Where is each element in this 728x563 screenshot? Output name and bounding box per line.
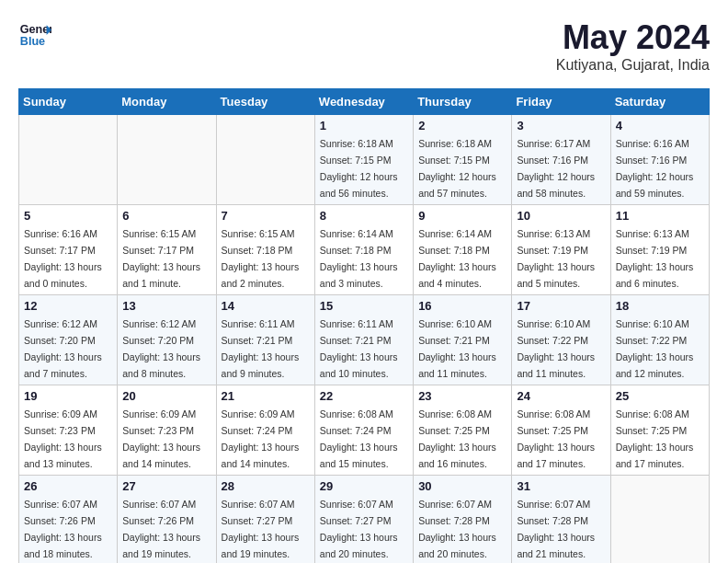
day-number: 14 (222, 299, 310, 313)
cell-info: Sunrise: 6:08 AMSunset: 7:24 PMDaylight:… (320, 408, 398, 469)
day-number: 27 (122, 479, 210, 493)
table-row: 23 Sunrise: 6:08 AMSunset: 7:25 PMDaylig… (414, 385, 512, 476)
table-row: 21 Sunrise: 6:09 AMSunset: 7:24 PMDaylig… (216, 385, 314, 476)
cell-info: Sunrise: 6:07 AMSunset: 7:27 PMDaylight:… (222, 499, 300, 559)
cell-info: Sunrise: 6:14 AMSunset: 7:18 PMDaylight:… (320, 228, 398, 289)
cell-info: Sunrise: 6:15 AMSunset: 7:17 PMDaylight:… (122, 228, 200, 289)
table-row: 14 Sunrise: 6:11 AMSunset: 7:21 PMDaylig… (216, 295, 314, 385)
day-number: 2 (418, 119, 506, 132)
table-row: 31 Sunrise: 6:07 AMSunset: 7:28 PMDaylig… (512, 476, 610, 564)
cell-info: Sunrise: 6:10 AMSunset: 7:22 PMDaylight:… (616, 318, 694, 379)
day-number: 12 (24, 299, 112, 313)
day-number: 16 (418, 299, 506, 313)
table-row: 20 Sunrise: 6:09 AMSunset: 7:23 PMDaylig… (118, 385, 216, 476)
day-number: 9 (418, 209, 506, 223)
header-sunday: Sunday (19, 89, 118, 115)
cell-info: Sunrise: 6:16 AMSunset: 7:17 PMDaylight:… (24, 228, 102, 289)
table-row: 2 Sunrise: 6:18 AMSunset: 7:15 PMDayligh… (414, 115, 512, 205)
table-row: 15 Sunrise: 6:11 AMSunset: 7:21 PMDaylig… (314, 295, 413, 385)
table-row: 30 Sunrise: 6:07 AMSunset: 7:28 PMDaylig… (414, 476, 512, 564)
day-number: 18 (616, 299, 704, 313)
cell-info: Sunrise: 6:11 AMSunset: 7:21 PMDaylight:… (222, 318, 300, 379)
cell-info: Sunrise: 6:16 AMSunset: 7:16 PMDaylight:… (616, 138, 694, 199)
calendar-title: May 2024 (556, 18, 710, 57)
day-number: 22 (320, 389, 408, 403)
day-number: 15 (320, 299, 408, 313)
cell-info: Sunrise: 6:08 AMSunset: 7:25 PMDaylight:… (517, 408, 595, 469)
header-tuesday: Tuesday (216, 89, 314, 115)
table-row (118, 115, 216, 205)
table-row (610, 476, 709, 564)
table-row: 18 Sunrise: 6:10 AMSunset: 7:22 PMDaylig… (610, 295, 709, 385)
table-row: 13 Sunrise: 6:12 AMSunset: 7:20 PMDaylig… (118, 295, 216, 385)
table-row: 11 Sunrise: 6:13 AMSunset: 7:19 PMDaylig… (610, 205, 709, 295)
cell-info: Sunrise: 6:09 AMSunset: 7:24 PMDaylight:… (222, 408, 300, 469)
cell-info: Sunrise: 6:12 AMSunset: 7:20 PMDaylight:… (24, 318, 102, 379)
cell-info: Sunrise: 6:09 AMSunset: 7:23 PMDaylight:… (122, 408, 200, 469)
table-row (216, 115, 314, 205)
cell-info: Sunrise: 6:07 AMSunset: 7:26 PMDaylight:… (24, 499, 102, 559)
table-row (19, 115, 118, 205)
table-row: 22 Sunrise: 6:08 AMSunset: 7:24 PMDaylig… (314, 385, 413, 476)
calendar-week-row: 26 Sunrise: 6:07 AMSunset: 7:26 PMDaylig… (19, 476, 710, 564)
cell-info: Sunrise: 6:14 AMSunset: 7:18 PMDaylight:… (418, 228, 496, 289)
table-row: 27 Sunrise: 6:07 AMSunset: 7:26 PMDaylig… (118, 476, 216, 564)
calendar-week-row: 5 Sunrise: 6:16 AMSunset: 7:17 PMDayligh… (19, 205, 710, 295)
cell-info: Sunrise: 6:11 AMSunset: 7:21 PMDaylight:… (320, 318, 398, 379)
cell-info: Sunrise: 6:13 AMSunset: 7:19 PMDaylight:… (517, 228, 595, 289)
calendar-week-row: 1 Sunrise: 6:18 AMSunset: 7:15 PMDayligh… (19, 115, 710, 205)
table-row: 8 Sunrise: 6:14 AMSunset: 7:18 PMDayligh… (314, 205, 413, 295)
table-row: 6 Sunrise: 6:15 AMSunset: 7:17 PMDayligh… (118, 205, 216, 295)
cell-info: Sunrise: 6:08 AMSunset: 7:25 PMDaylight:… (418, 408, 496, 469)
svg-text:Blue: Blue (20, 35, 45, 48)
cell-info: Sunrise: 6:18 AMSunset: 7:15 PMDaylight:… (418, 138, 496, 199)
day-number: 3 (517, 119, 605, 132)
cell-info: Sunrise: 6:07 AMSunset: 7:28 PMDaylight:… (517, 499, 595, 559)
day-number: 28 (222, 479, 310, 493)
table-row: 10 Sunrise: 6:13 AMSunset: 7:19 PMDaylig… (512, 205, 610, 295)
day-number: 6 (122, 209, 210, 223)
cell-info: Sunrise: 6:07 AMSunset: 7:28 PMDaylight:… (418, 499, 496, 559)
table-row: 1 Sunrise: 6:18 AMSunset: 7:15 PMDayligh… (314, 115, 413, 205)
cell-info: Sunrise: 6:07 AMSunset: 7:27 PMDaylight:… (320, 499, 398, 559)
day-number: 5 (24, 209, 112, 223)
day-number: 8 (320, 209, 408, 223)
cell-info: Sunrise: 6:15 AMSunset: 7:18 PMDaylight:… (222, 228, 300, 289)
header-thursday: Thursday (414, 89, 512, 115)
cell-info: Sunrise: 6:08 AMSunset: 7:25 PMDaylight:… (616, 408, 694, 469)
day-number: 11 (616, 209, 704, 223)
day-number: 1 (320, 119, 408, 132)
cell-info: Sunrise: 6:09 AMSunset: 7:23 PMDaylight:… (24, 408, 102, 469)
cell-info: Sunrise: 6:12 AMSunset: 7:20 PMDaylight:… (122, 318, 200, 379)
calendar-week-row: 19 Sunrise: 6:09 AMSunset: 7:23 PMDaylig… (19, 385, 710, 476)
cell-info: Sunrise: 6:10 AMSunset: 7:22 PMDaylight:… (517, 318, 595, 379)
header-monday: Monday (118, 89, 216, 115)
day-number: 17 (517, 299, 605, 313)
calendar-subtitle: Kutiyana, Gujarat, India (556, 57, 710, 74)
cell-info: Sunrise: 6:13 AMSunset: 7:19 PMDaylight:… (616, 228, 694, 289)
day-number: 10 (517, 209, 605, 223)
table-row: 3 Sunrise: 6:17 AMSunset: 7:16 PMDayligh… (512, 115, 610, 205)
day-number: 4 (616, 119, 704, 132)
page-header: General Blue May 2024 Kutiyana, Gujarat,… (18, 18, 710, 74)
table-row: 29 Sunrise: 6:07 AMSunset: 7:27 PMDaylig… (314, 476, 413, 564)
day-number: 30 (418, 479, 506, 493)
header-friday: Friday (512, 89, 610, 115)
logo-icon: General Blue (18, 18, 51, 52)
table-row: 24 Sunrise: 6:08 AMSunset: 7:25 PMDaylig… (512, 385, 610, 476)
day-number: 19 (24, 389, 112, 403)
day-number: 20 (122, 389, 210, 403)
table-row: 16 Sunrise: 6:10 AMSunset: 7:21 PMDaylig… (414, 295, 512, 385)
table-row: 26 Sunrise: 6:07 AMSunset: 7:26 PMDaylig… (19, 476, 118, 564)
calendar-week-row: 12 Sunrise: 6:12 AMSunset: 7:20 PMDaylig… (19, 295, 710, 385)
calendar-table: Sunday Monday Tuesday Wednesday Thursday… (18, 88, 710, 563)
day-number: 21 (222, 389, 310, 403)
day-number: 31 (517, 479, 605, 493)
header-saturday: Saturday (610, 89, 709, 115)
day-number: 29 (320, 479, 408, 493)
table-row: 28 Sunrise: 6:07 AMSunset: 7:27 PMDaylig… (216, 476, 314, 564)
day-number: 26 (24, 479, 112, 493)
logo: General Blue (18, 18, 51, 52)
table-row: 7 Sunrise: 6:15 AMSunset: 7:18 PMDayligh… (216, 205, 314, 295)
table-row: 25 Sunrise: 6:08 AMSunset: 7:25 PMDaylig… (610, 385, 709, 476)
